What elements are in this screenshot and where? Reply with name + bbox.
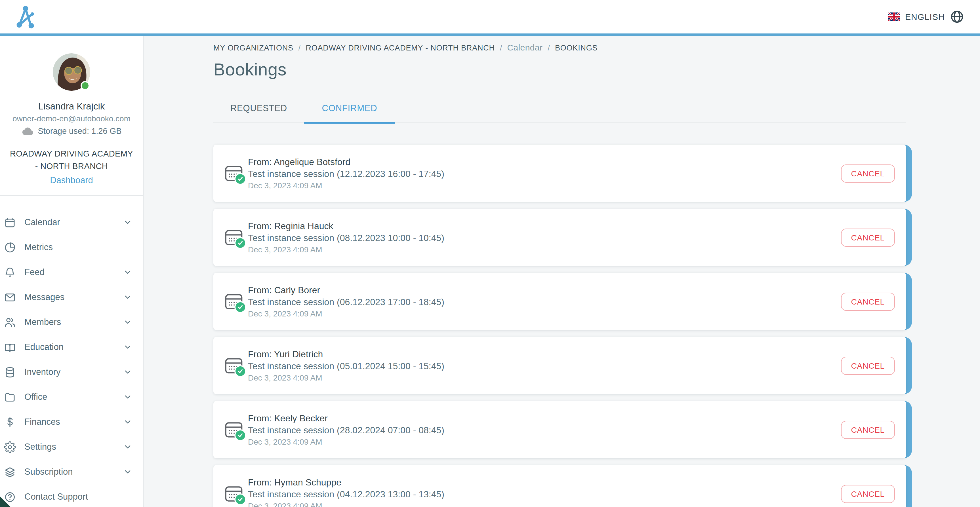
- sidebar-item-subscription[interactable]: Subscription: [0, 459, 143, 484]
- calendar-check-icon: [225, 421, 243, 439]
- uk-flag-icon: [888, 13, 900, 21]
- booking-session: Test instance session (28.02.2024 07:00 …: [248, 425, 444, 435]
- envelope-icon: [4, 291, 16, 303]
- booking-timestamp: Dec 3, 2023 4:09 AM: [248, 245, 444, 254]
- booking-timestamp: Dec 3, 2023 4:09 AM: [248, 501, 444, 507]
- breadcrumb-calendar[interactable]: Calendar: [507, 43, 542, 52]
- bell-icon: [4, 266, 16, 278]
- language-label: ENGLISH: [905, 12, 945, 22]
- dashboard-link[interactable]: Dashboard: [50, 175, 93, 186]
- sidebar-item-feed[interactable]: Feed: [0, 260, 143, 285]
- sidebar-item-contact-support[interactable]: Contact Support: [0, 484, 143, 507]
- booking-session: Test instance session (05.01.2024 15:00 …: [248, 361, 444, 371]
- breadcrumb-separator: /: [500, 44, 502, 52]
- chevron-down-icon: [123, 417, 132, 426]
- cancel-button[interactable]: CANCEL: [841, 421, 895, 439]
- cancel-button[interactable]: CANCEL: [841, 228, 895, 246]
- breadcrumb-separator: /: [299, 44, 301, 52]
- breadcrumb-separator: /: [547, 44, 550, 52]
- language-selector[interactable]: ENGLISH: [888, 10, 964, 24]
- tabs: REQUESTED CONFIRMED: [213, 95, 906, 123]
- cancel-button[interactable]: CANCEL: [841, 485, 895, 503]
- storage-label: Storage used: 1.26 GB: [38, 127, 121, 135]
- sidebar-item-messages[interactable]: Messages: [0, 285, 143, 310]
- cancel-button[interactable]: CANCEL: [841, 164, 895, 182]
- booking-timestamp: Dec 3, 2023 4:09 AM: [248, 373, 444, 382]
- sidebar-item-metrics[interactable]: Metrics: [0, 235, 143, 260]
- folder-icon: [4, 391, 16, 403]
- sidebar-item-members[interactable]: Members: [0, 310, 143, 335]
- booking-from: From: Angelique Botsford: [248, 157, 444, 167]
- breadcrumb-organization[interactable]: ROADWAY DRIVING ACADEMY - NORTH BRANCH: [305, 44, 495, 52]
- app: ENGLISH: [0, 0, 980, 507]
- layers-icon: [4, 466, 16, 478]
- user-name: Lisandra Krajcik: [0, 101, 143, 112]
- organization-section: ROADWAY DRIVING ACADEMY - NORTH BRANCH D…: [0, 148, 143, 186]
- autobooko-logo-icon[interactable]: [13, 4, 38, 30]
- sidebar-item-inventory[interactable]: Inventory: [0, 359, 143, 385]
- booking-card: From: Yuri Dietrich Test instance sessio…: [213, 337, 906, 394]
- organization-name: ROADWAY DRIVING ACADEMY - NORTH BRANCH: [9, 148, 134, 172]
- chevron-down-icon: [123, 367, 132, 377]
- confirmed-check-icon: [234, 365, 246, 377]
- confirmed-check-icon: [234, 301, 246, 313]
- sidebar-item-settings[interactable]: Settings: [0, 434, 143, 459]
- confirmed-check-icon: [234, 237, 246, 249]
- calendar-check-icon: [225, 228, 243, 246]
- sidebar-item-office[interactable]: Office: [0, 385, 143, 410]
- tab-requested[interactable]: REQUESTED: [213, 95, 304, 124]
- main-content: MY ORGANIZATIONS / ROADWAY DRIVING ACADE…: [143, 36, 980, 507]
- booking-session: Test instance session (12.12.2023 16:00 …: [248, 169, 444, 179]
- profile-section: Lisandra Krajcik owner-demo-en@autobooko…: [0, 36, 143, 135]
- calendar-check-icon: [225, 356, 243, 375]
- chevron-down-icon: [123, 393, 132, 402]
- booking-card: From: Hyman Schuppe Test instance sessio…: [213, 465, 906, 507]
- cancel-button[interactable]: CANCEL: [841, 356, 895, 375]
- booking-card: From: Carly Borer Test instance session …: [213, 273, 906, 330]
- confirmed-check-icon: [234, 493, 246, 505]
- cancel-button[interactable]: CANCEL: [841, 292, 895, 310]
- breadcrumb: MY ORGANIZATIONS / ROADWAY DRIVING ACADE…: [213, 36, 906, 52]
- calendar-check-icon: [225, 164, 243, 182]
- confirmed-check-icon: [234, 429, 246, 441]
- page-title: Bookings: [213, 60, 906, 80]
- booking-from: From: Reginia Hauck: [248, 221, 444, 231]
- booking-from: From: Keely Becker: [248, 413, 444, 423]
- chevron-down-icon: [123, 318, 132, 327]
- breadcrumb-my-organizations[interactable]: MY ORGANIZATIONS: [213, 44, 293, 52]
- booking-from: From: Yuri Dietrich: [248, 349, 444, 359]
- booking-session: Test instance session (06.12.2023 17:00 …: [248, 297, 444, 307]
- calendar-icon: [4, 216, 16, 228]
- sidebar-menu: Calendar Metrics Feed Mess: [0, 195, 143, 507]
- sidebar-item-calendar[interactable]: Calendar: [0, 210, 143, 235]
- globe-icon: [950, 10, 964, 24]
- sidebar-item-finances[interactable]: Finances: [0, 410, 143, 434]
- booking-card: From: Reginia Hauck Test instance sessio…: [213, 209, 906, 266]
- users-icon: [4, 316, 16, 328]
- user-email: owner-demo-en@autobooko.com: [0, 114, 143, 123]
- sidebar-item-education[interactable]: Education: [0, 335, 143, 359]
- gear-icon: [4, 441, 16, 453]
- online-status-dot: [81, 81, 90, 90]
- sidebar: Lisandra Krajcik owner-demo-en@autobooko…: [0, 36, 143, 507]
- chevron-down-icon: [123, 268, 132, 277]
- booking-card: From: Keely Becker Test instance session…: [213, 401, 906, 458]
- database-icon: [4, 366, 16, 378]
- booking-session: Test instance session (08.12.2023 10:00 …: [248, 233, 444, 243]
- tab-confirmed[interactable]: CONFIRMED: [304, 95, 395, 124]
- chevron-down-icon: [123, 467, 132, 476]
- book-open-icon: [4, 341, 16, 353]
- avatar[interactable]: [53, 53, 90, 91]
- chevron-down-icon: [123, 292, 132, 302]
- storage-row: Storage used: 1.26 GB: [0, 127, 143, 135]
- pie-chart-icon: [4, 241, 16, 253]
- breadcrumb-bookings: BOOKINGS: [555, 44, 598, 52]
- booking-session: Test instance session (04.12.2023 13:00 …: [248, 489, 444, 499]
- help-circle-icon: [4, 491, 16, 503]
- booking-from: From: Carly Borer: [248, 285, 444, 295]
- topbar: ENGLISH: [0, 0, 980, 36]
- confirmed-check-icon: [234, 173, 246, 184]
- booking-timestamp: Dec 3, 2023 4:09 AM: [248, 181, 444, 190]
- bookings-list: From: Angelique Botsford Test instance s…: [213, 145, 906, 507]
- calendar-check-icon: [225, 292, 243, 310]
